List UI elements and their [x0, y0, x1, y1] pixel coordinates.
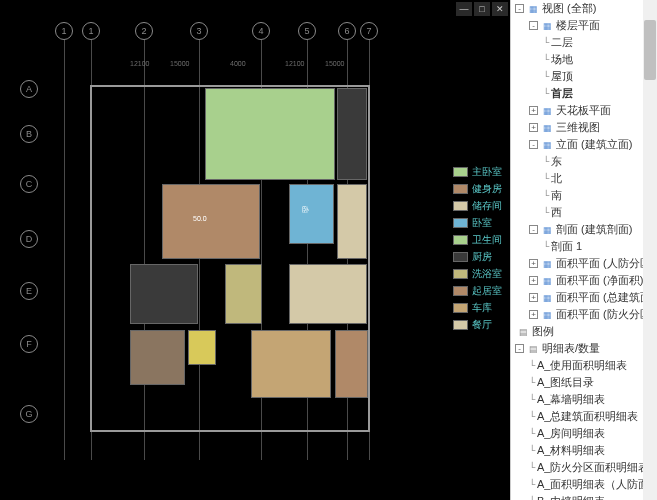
- tree-label: A_使用面积明细表: [537, 358, 627, 373]
- tree-item[interactable]: -▦楼层平面: [511, 17, 657, 34]
- legend-item: 洗浴室: [453, 267, 502, 281]
- collapse-icon[interactable]: -: [529, 225, 538, 234]
- grid-bubble: E: [20, 282, 38, 300]
- room-garage[interactable]: [251, 330, 331, 398]
- tree-label: 东: [551, 154, 562, 169]
- room-dark[interactable]: [130, 264, 198, 324]
- room-wc[interactable]: [188, 330, 216, 365]
- tree-item[interactable]: └A_面积明细表（人防面积）: [511, 476, 657, 493]
- tree-item[interactable]: +▦面积平面 (总建筑面积): [511, 289, 657, 306]
- tree-item[interactable]: └剖面 1: [511, 238, 657, 255]
- room-gym[interactable]: [130, 330, 185, 385]
- cad-viewport[interactable]: — □ ✕ 1 1 2 3 4 5 6 7 A B C D E F G 1210…: [0, 0, 510, 500]
- tree-label: 剖面 1: [551, 239, 582, 254]
- tree-item[interactable]: +▦天花板平面: [511, 102, 657, 119]
- room-dining[interactable]: [289, 264, 367, 324]
- grid-bubble: 3: [190, 22, 208, 40]
- collapse-icon[interactable]: -: [515, 344, 524, 353]
- tree-label: A_图纸目录: [537, 375, 594, 390]
- room-bath[interactable]: [225, 264, 262, 324]
- room-master-bedroom[interactable]: [205, 88, 335, 180]
- legend-item: 主卧室: [453, 165, 502, 179]
- minimize-button[interactable]: —: [456, 2, 472, 16]
- tree-item[interactable]: └首层: [511, 85, 657, 102]
- tree-item[interactable]: └西: [511, 204, 657, 221]
- tree-label: A_面积明细表（人防面积）: [537, 477, 657, 492]
- tree-label: 天花板平面: [556, 103, 611, 118]
- room-living[interactable]: 50.0: [162, 184, 260, 259]
- legend: 主卧室 健身房 储存间 卧室 卫生间 厨房 洗浴室 起居室 车库 餐厅: [453, 165, 502, 335]
- room-storage[interactable]: [337, 184, 367, 259]
- legend-icon: ▤: [517, 326, 529, 338]
- dim-text: 15000: [170, 60, 189, 67]
- room-bedroom[interactable]: 卧: [289, 184, 334, 244]
- expand-icon[interactable]: +: [529, 293, 538, 302]
- tree-label: 立面 (建筑立面): [556, 137, 632, 152]
- grid-bubble: 2: [135, 22, 153, 40]
- wall: [90, 430, 370, 432]
- legend-item: 餐厅: [453, 318, 502, 332]
- tree-item[interactable]: ▤图例: [511, 323, 657, 340]
- legend-icon: ▤: [527, 343, 539, 355]
- dim-text: 12100: [285, 60, 304, 67]
- expand-icon[interactable]: +: [529, 106, 538, 115]
- room-kitchen[interactable]: [337, 88, 367, 180]
- tree-label: 西: [551, 205, 562, 220]
- expand-icon[interactable]: +: [529, 310, 538, 319]
- expand-icon[interactable]: +: [529, 259, 538, 268]
- tree-label: 屋顶: [551, 69, 573, 84]
- tree-label: 场地: [551, 52, 573, 67]
- expand-icon[interactable]: +: [529, 276, 538, 285]
- tree-item[interactable]: -▦立面 (建筑立面): [511, 136, 657, 153]
- close-button[interactable]: ✕: [492, 2, 508, 16]
- collapse-icon[interactable]: -: [529, 21, 538, 30]
- tree-item[interactable]: └屋顶: [511, 68, 657, 85]
- maximize-button[interactable]: □: [474, 2, 490, 16]
- tree-item[interactable]: └B_内墙明细表: [511, 493, 657, 500]
- view-icon: ▦: [541, 309, 553, 321]
- tree-label: 面积平面 (人防分区面积): [556, 256, 657, 271]
- tree-item[interactable]: └A_幕墙明细表: [511, 391, 657, 408]
- tree-item[interactable]: -▦视图 (全部): [511, 0, 657, 17]
- scroll-thumb[interactable]: [644, 20, 656, 80]
- tree-item[interactable]: └东: [511, 153, 657, 170]
- grid-line: [64, 40, 65, 460]
- grid-bubble: 7: [360, 22, 378, 40]
- window-controls: — □ ✕: [456, 2, 508, 16]
- view-icon: ▦: [541, 105, 553, 117]
- dim-text: 12100: [130, 60, 149, 67]
- tree-item[interactable]: └A_房间明细表: [511, 425, 657, 442]
- collapse-icon[interactable]: -: [529, 140, 538, 149]
- view-icon: ▦: [541, 122, 553, 134]
- tree-item[interactable]: +▦面积平面 (防火分区面积): [511, 306, 657, 323]
- grid-bubble: 6: [338, 22, 356, 40]
- tree-item[interactable]: +▦三维视图: [511, 119, 657, 136]
- tree-item[interactable]: └A_图纸目录: [511, 374, 657, 391]
- view-icon: ▦: [541, 20, 553, 32]
- tree-item[interactable]: └南: [511, 187, 657, 204]
- tree-item[interactable]: └A_使用面积明细表: [511, 357, 657, 374]
- tree-item[interactable]: └A_材料明细表: [511, 442, 657, 459]
- tree-item[interactable]: └二层: [511, 34, 657, 51]
- tree-item[interactable]: +▦面积平面 (净面积): [511, 272, 657, 289]
- dim-text: 15000: [325, 60, 344, 67]
- view-icon: ▦: [541, 292, 553, 304]
- tree-label: B_内墙明细表: [537, 494, 605, 500]
- tree-item[interactable]: └场地: [511, 51, 657, 68]
- tree-item[interactable]: -▦剖面 (建筑剖面): [511, 221, 657, 238]
- tree-item[interactable]: └A_总建筑面积明细表: [511, 408, 657, 425]
- scrollbar[interactable]: [643, 0, 657, 500]
- tree-label: 面积平面 (净面积): [556, 273, 643, 288]
- tree-item[interactable]: +▦面积平面 (人防分区面积): [511, 255, 657, 272]
- room-other[interactable]: [335, 330, 368, 398]
- tree-label: 明细表/数量: [542, 341, 600, 356]
- expand-icon[interactable]: +: [529, 123, 538, 132]
- tree-item[interactable]: └A_防火分区面积明细表: [511, 459, 657, 476]
- tree-label: A_总建筑面积明细表: [537, 409, 638, 424]
- project-browser[interactable]: -▦视图 (全部)-▦楼层平面└二层└场地└屋顶└首层+▦天花板平面+▦三维视图…: [510, 0, 657, 500]
- collapse-icon[interactable]: -: [515, 4, 524, 13]
- tree-item[interactable]: └北: [511, 170, 657, 187]
- grid-bubble: G: [20, 405, 38, 423]
- tree-label: A_幕墙明细表: [537, 392, 605, 407]
- tree-item[interactable]: -▤明细表/数量: [511, 340, 657, 357]
